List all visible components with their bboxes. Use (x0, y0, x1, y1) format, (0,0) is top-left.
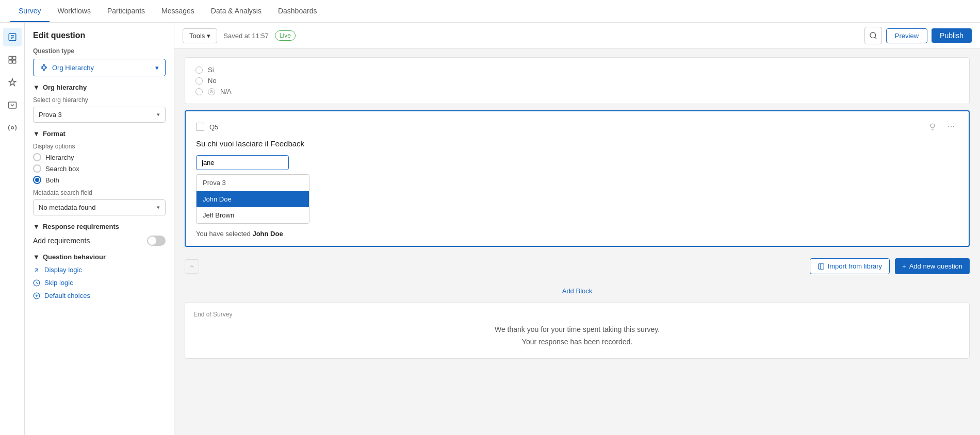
live-badge: Live (275, 30, 296, 41)
question-type-name: Org Hierarchy (52, 64, 151, 72)
svg-point-10 (43, 64, 45, 66)
nav-item-participants[interactable]: Participants (99, 1, 153, 22)
q5-checkbox[interactable] (196, 123, 204, 131)
option-si-label: Si (208, 66, 214, 74)
sidebar-survey-icon[interactable] (3, 28, 22, 46)
radio-search-label: Search box (45, 165, 79, 173)
svg-point-24 (948, 126, 949, 127)
org-hierarchy-title: Org hierarchy (43, 83, 87, 91)
tools-button[interactable]: Tools ▾ (183, 28, 217, 43)
edit-panel: Edit question Question type Org Hierarch… (25, 23, 174, 435)
dropdown-header-item: Prova 3 (197, 175, 309, 191)
radio-both-circle (33, 176, 41, 184)
nav-item-dashboards[interactable]: Dashboards (270, 1, 325, 22)
add-question-label: Add new question (909, 262, 962, 270)
display-options-label: Display options (33, 143, 166, 150)
tools-label: Tools (189, 32, 205, 40)
icon-sidebar (0, 23, 25, 435)
org-hierarchy-value: Prova 3 (39, 111, 62, 119)
content-area: Si No ⊘ N/A (174, 49, 980, 435)
toolbar: Tools ▾ Saved at 11:57 Live Preview Publ… (174, 23, 980, 49)
prev-question-card: Si No ⊘ N/A (185, 57, 970, 104)
default-choices-label: Default choices (44, 292, 90, 299)
add-requirements-label: Add requirements (33, 237, 90, 245)
sidebar-blocks-icon[interactable] (3, 51, 22, 69)
dropdown-item-john[interactable]: John Doe (197, 191, 309, 207)
q5-number: Q5 (209, 123, 218, 131)
format-arrow-icon: ▼ (33, 130, 40, 138)
metadata-select[interactable]: No metadata found ▾ (33, 199, 166, 215)
radio-hierarchy[interactable]: Hierarchy (33, 153, 166, 161)
display-logic-link[interactable]: Display logic (33, 266, 166, 274)
nav-item-messages[interactable]: Messages (153, 1, 203, 22)
org-dropdown: Prova 3 John Doe Jeff Brown (196, 174, 309, 224)
sidebar-preview-icon[interactable] (3, 96, 22, 114)
response-req-title: Response requirements (43, 223, 119, 230)
selected-info: You have selected John Doe (196, 230, 958, 238)
radio-si-circle (195, 66, 203, 74)
response-arrow-icon: ▼ (33, 223, 40, 230)
q5-title: Su chi vuoi lasciare il Feedback (196, 139, 958, 148)
display-logic-label: Display logic (44, 266, 82, 274)
question-behaviour-header[interactable]: ▼ Question behaviour (33, 253, 166, 261)
add-new-question-button[interactable]: + Add new question (895, 258, 970, 274)
saved-text: Saved at 11:57 (223, 32, 268, 40)
requirements-toggle[interactable] (147, 236, 166, 246)
add-question-plus-icon: + (902, 262, 906, 270)
radio-both[interactable]: Both (33, 176, 166, 184)
na-slash-icon: ⊘ (208, 88, 215, 95)
radio-no-circle (195, 77, 203, 85)
option-no-label: No (208, 77, 217, 85)
org-hierarchy-select[interactable]: Prova 3 ▾ (33, 107, 166, 123)
q5-more-icon[interactable] (944, 120, 958, 134)
bottom-action-bar: Import from library + Add new question (185, 253, 970, 279)
nav-item-data-analysis[interactable]: Data & Analysis (203, 1, 270, 22)
q5-card: Q5 Su chi vuoi lasciare il Feedback (185, 110, 970, 247)
collapse-section-btn[interactable] (185, 259, 199, 274)
dropdown-item-jeff[interactable]: Jeff Brown (197, 207, 309, 223)
end-survey-card: End of Survey We thank you for your time… (185, 302, 970, 359)
import-lib-label: Import from library (828, 262, 882, 270)
org-hierarchy-header[interactable]: ▼ Org hierarchy (33, 83, 166, 91)
add-block-link[interactable]: Add Block (562, 287, 593, 295)
skip-logic-link[interactable]: Skip logic (33, 279, 166, 287)
nav-item-workflows[interactable]: Workflows (50, 1, 99, 22)
svg-point-12 (45, 67, 47, 69)
svg-rect-7 (12, 60, 15, 63)
select-org-label: Select org hierarchy (33, 96, 166, 104)
svg-line-17 (44, 68, 46, 69)
publish-button[interactable]: Publish (932, 28, 972, 43)
option-na-label: N/A (220, 88, 232, 95)
search-input[interactable] (196, 155, 289, 170)
radio-search-box[interactable]: Search box (33, 164, 166, 173)
question-behaviour-title: Question behaviour (43, 253, 106, 261)
response-req-header[interactable]: ▼ Response requirements (33, 223, 166, 230)
nav-item-survey[interactable]: Survey (10, 1, 50, 22)
collapse-arrow-icon: ▼ (33, 83, 40, 91)
search-button[interactable] (864, 27, 882, 44)
selected-prefix: You have selected (196, 230, 251, 238)
preview-button[interactable]: Preview (886, 28, 927, 43)
q5-bulb-icon[interactable] (925, 120, 940, 134)
radio-hierarchy-label: Hierarchy (45, 154, 74, 161)
sidebar-theme-icon[interactable] (3, 73, 22, 92)
radio-hierarchy-circle (33, 153, 41, 161)
question-type-label: Question type (33, 47, 166, 55)
chevron-down-icon: ▾ (155, 64, 159, 72)
default-choices-link[interactable]: Default choices (33, 292, 166, 299)
svg-rect-6 (9, 60, 12, 63)
metadata-label: Metadata search field (33, 189, 166, 196)
question-type-selector[interactable]: Org Hierarchy ▾ (33, 59, 166, 76)
import-from-library-button[interactable]: Import from library (810, 258, 890, 274)
svg-point-26 (953, 126, 954, 127)
svg-rect-5 (12, 56, 15, 59)
add-block-row: Add Block (185, 279, 970, 302)
skip-logic-label: Skip logic (44, 279, 73, 287)
svg-rect-8 (8, 102, 16, 108)
format-header[interactable]: ▼ Format (33, 130, 166, 138)
option-si: Si (195, 66, 959, 74)
svg-rect-27 (818, 263, 824, 269)
sidebar-tools-icon[interactable] (3, 119, 22, 137)
svg-point-22 (870, 32, 876, 38)
thank-you-text: We thank you for your time spent taking … (193, 325, 961, 333)
